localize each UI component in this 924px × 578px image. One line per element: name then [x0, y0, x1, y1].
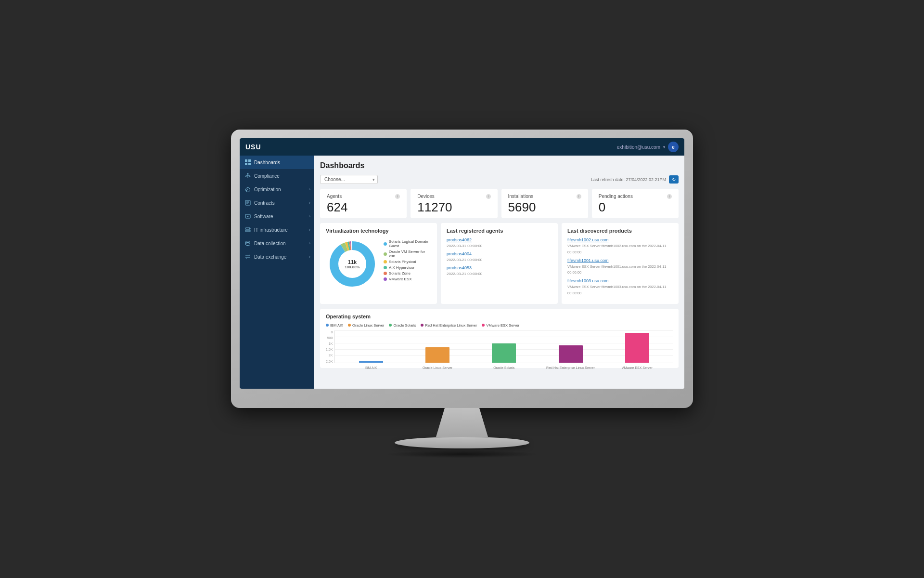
legend-item: VMware ESX — [384, 277, 431, 281]
agent-link[interactable]: prodsos4004 — [447, 251, 552, 256]
app-body: × Dashboards — [240, 156, 684, 389]
sidebar-item-contracts[interactable]: Contracts › — [240, 196, 314, 210]
app-logo: USU — [245, 143, 261, 151]
bar — [359, 361, 383, 363]
legend-label: Oracle VM Server for x86 — [389, 250, 431, 258]
os-legend: IBM AIXOracle Linux ServerOracle Solaris… — [326, 323, 673, 328]
legend-dot — [384, 242, 387, 246]
stat-header: Devices i — [417, 194, 490, 199]
monitor-stand-neck — [433, 408, 491, 437]
stat-card-installations: Installations i 5690 — [501, 189, 588, 218]
donut-chart: 11k 100.00% — [326, 237, 379, 290]
os-legend-dot — [389, 324, 392, 327]
stat-value-agents: 624 — [327, 201, 400, 213]
choose-select-wrapper[interactable]: Choose... — [320, 175, 378, 184]
bar-group: Oracle Solaris — [471, 330, 537, 363]
exchange-icon — [244, 253, 251, 260]
sidebar-item-label: IT infrastructure — [254, 227, 288, 233]
info-icon: i — [486, 194, 491, 199]
info-icon: i — [577, 194, 581, 199]
os-legend-label: Oracle Solaris — [393, 323, 416, 328]
os-legend-dot — [482, 324, 485, 327]
refresh-date-label: Last refresh date: 27/04/2022 02:21PM — [591, 177, 666, 182]
sidebar-item-optimization[interactable]: Optimization › — [240, 183, 314, 196]
legend-item: Solaris Zone — [384, 271, 431, 276]
sidebar-item-data-exchange[interactable]: Data exchange › — [240, 250, 314, 263]
svg-point-16 — [249, 231, 250, 232]
os-legend-item: IBM AIX — [326, 323, 343, 328]
server-icon — [244, 226, 251, 233]
virt-card: Virtualization technology — [320, 223, 437, 304]
sidebar-item-label: Data collection — [254, 241, 286, 246]
os-legend-dot — [421, 324, 424, 327]
info-icon: i — [667, 194, 672, 199]
os-legend-item: Red Hat Enterprise Linux Server — [421, 323, 477, 328]
os-legend-label: Red Hat Enterprise Linux Server — [425, 323, 477, 328]
monitor-screen: USU exhibition@usu.com ▾ e × — [240, 138, 684, 389]
sidebar-item-label: Optimization — [254, 187, 281, 192]
svg-point-4 — [247, 173, 249, 175]
refresh-button[interactable]: ↻ — [669, 175, 679, 184]
legend-dot — [384, 266, 387, 269]
donut-legend: Solaris Logical Domain GuestOracle VM Se… — [384, 239, 431, 281]
bar-label: Oracle Linux Server — [423, 366, 452, 369]
stat-label: Pending actions — [599, 194, 633, 199]
chart-inner: IBM AIXOracle Linux ServerOracle Solaris… — [334, 330, 673, 363]
bar-group: VMware ESX Server — [604, 330, 670, 363]
agent-link[interactable]: prodsos4062 — [447, 237, 552, 242]
os-chart-area: 2.5K2K1.5K1K5000 — [326, 330, 673, 363]
sidebar-item-data-collection[interactable]: Data collection › — [240, 236, 314, 250]
donut-value: 11k — [345, 259, 360, 265]
product-link[interactable]: fifevmh1002.usu.com — [567, 237, 673, 242]
os-legend-label: IBM AIX — [330, 323, 343, 328]
avatar[interactable]: e — [668, 142, 679, 152]
agent-date: 2022-03-31 00:00:00 — [447, 244, 482, 248]
list-item: prodsos40042022-03-21 00:00:00 — [447, 251, 552, 262]
info-icon: i — [395, 194, 400, 199]
topnav: USU exhibition@usu.com ▾ e — [240, 138, 684, 156]
svg-rect-3 — [248, 163, 251, 165]
sidebar-item-it-infrastructure[interactable]: IT infrastructure › — [240, 223, 314, 236]
sidebar-item-label: Data exchange — [254, 254, 286, 260]
sidebar-item-label: Software — [254, 214, 273, 219]
balance-icon — [244, 172, 251, 179]
stat-value-devices: 11270 — [417, 201, 490, 213]
bar-group: Red Hat Enterprise Linux Server — [538, 330, 603, 363]
y-axis-label: 500 — [326, 336, 333, 340]
chevron-right-icon: › — [309, 241, 310, 246]
svg-point-15 — [249, 228, 250, 229]
chevron-right-icon: › — [309, 214, 310, 219]
bar-group: IBM AIX — [338, 330, 403, 363]
list-item: fifevmh1002.usu.comVMware ESX Server fif… — [567, 237, 673, 255]
svg-rect-1 — [248, 159, 251, 162]
gauge-icon — [244, 186, 251, 193]
bar-label: Red Hat Enterprise Linux Server — [546, 366, 595, 369]
legend-dot — [384, 252, 387, 256]
chevron-right-icon: › — [309, 227, 310, 232]
legend-item: AIX Hypervisor — [384, 265, 431, 270]
sidebar-item-software[interactable]: Software › — [240, 210, 314, 223]
agent-date: 2022-03-21 00:00:00 — [447, 272, 482, 276]
bar-label: IBM AIX — [365, 366, 377, 369]
svg-rect-0 — [245, 159, 247, 162]
agent-link[interactable]: prodsos4053 — [447, 265, 552, 270]
choose-select[interactable]: Choose... — [320, 175, 378, 184]
os-legend-dot — [348, 324, 351, 327]
product-link[interactable]: fifevmh1003.usu.com — [567, 278, 673, 283]
cards-row: Virtualization technology — [320, 223, 679, 304]
bar — [492, 343, 516, 363]
sidebar-item-compliance[interactable]: Compliance — [240, 169, 314, 183]
y-axis-label: 2K — [326, 354, 333, 357]
stat-label: Installations — [508, 194, 534, 199]
discovered-products-title: Last discovered products — [567, 228, 673, 234]
os-legend-item: Oracle Solaris — [389, 323, 416, 328]
product-link[interactable]: fifevmh1001.usu.com — [567, 258, 673, 263]
donut-percent: 100.00% — [345, 265, 360, 269]
svg-rect-2 — [245, 163, 247, 165]
dashboard-controls: Choose... Last refresh date: 27/04/2022 … — [320, 175, 679, 184]
sidebar-item-dashboards[interactable]: Dashboards — [240, 156, 314, 169]
legend-label: Solaris Physical — [389, 260, 416, 264]
registered-agents-card: Last registered agents prodsos40622022-0… — [441, 223, 558, 304]
donut-center-label: 11k 100.00% — [345, 259, 360, 269]
software-icon — [244, 213, 251, 220]
